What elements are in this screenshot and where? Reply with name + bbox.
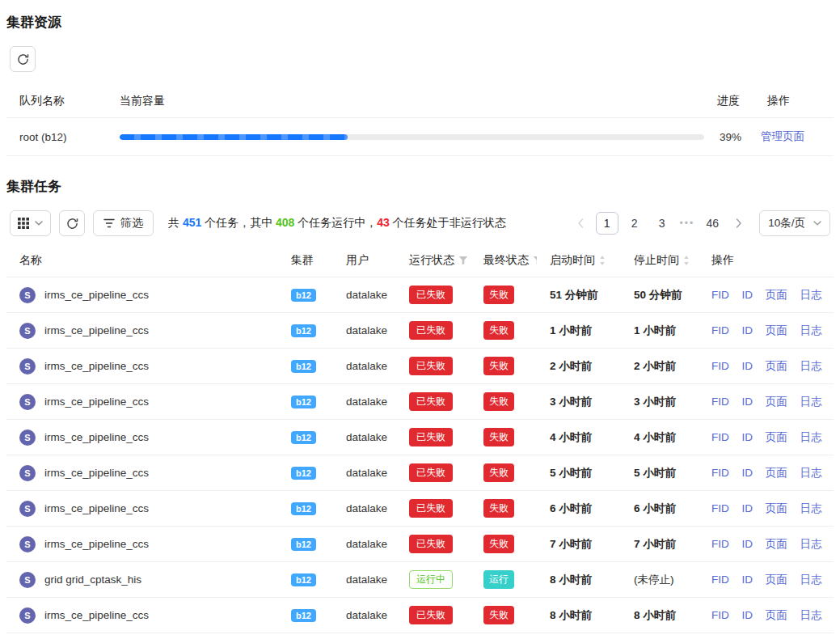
log-link[interactable]: 日志 <box>800 431 822 443</box>
id-link[interactable]: ID <box>742 360 753 372</box>
refresh-icon <box>17 53 29 66</box>
col-final-status: 最终状态 <box>471 244 537 277</box>
fid-link[interactable]: FID <box>711 538 729 550</box>
spark-avatar: S <box>19 394 36 410</box>
page-button-3[interactable]: 3 <box>651 212 673 235</box>
table-row: S irms_ce_pipeline_ccs b12 datalake 已失败 … <box>6 384 834 420</box>
task-user: datalake <box>346 324 387 336</box>
spark-avatar: S <box>19 323 36 339</box>
next-page-button[interactable] <box>728 213 749 234</box>
stop-time: 1 小时前 <box>634 324 676 336</box>
page-link[interactable]: 页面 <box>766 538 787 550</box>
log-link[interactable]: 日志 <box>800 396 822 408</box>
capacity-progress-fill <box>120 134 348 140</box>
log-link[interactable]: 日志 <box>800 289 822 301</box>
log-link[interactable]: 日志 <box>800 467 822 479</box>
table-row: S irms_ce_pipeline_ccs b12 datalake 已失败 … <box>6 527 834 562</box>
final-status-badge: 失败 <box>483 321 514 340</box>
id-link[interactable]: ID <box>742 609 753 621</box>
page-size-value: 10条/页 <box>768 216 805 231</box>
id-link[interactable]: ID <box>742 538 753 550</box>
log-link[interactable]: 日志 <box>800 609 822 621</box>
run-status-badge: 已失败 <box>409 606 453 624</box>
log-link[interactable]: 日志 <box>800 502 822 514</box>
id-link[interactable]: ID <box>742 289 753 301</box>
tasks-table-body: S irms_ce_pipeline_ccs b12 datalake 已失败 … <box>6 277 834 633</box>
table-row: S grid grid_cptask_his b12 datalake 运行中 … <box>6 562 834 598</box>
fid-link[interactable]: FID <box>711 289 729 301</box>
page-link[interactable]: 页面 <box>766 360 787 372</box>
col-progress: 进度 <box>704 85 754 118</box>
filter-lines-icon <box>103 218 115 228</box>
stop-time: 8 小时前 <box>634 609 676 621</box>
log-link[interactable]: 日志 <box>800 573 822 586</box>
page-link[interactable]: 页面 <box>766 289 787 301</box>
start-time: 4 小时前 <box>550 431 592 443</box>
col-start-time[interactable]: 启动时间 <box>537 244 621 277</box>
prev-page-button[interactable] <box>570 213 591 234</box>
log-link[interactable]: 日志 <box>800 324 822 336</box>
fid-link[interactable]: FID <box>711 573 729 586</box>
final-status-badge: 失败 <box>483 428 514 446</box>
sort-icon[interactable] <box>683 255 690 266</box>
cluster-badge: b12 <box>291 396 316 408</box>
id-link[interactable]: ID <box>742 467 753 479</box>
capacity-progress-bar <box>120 134 704 140</box>
col-name: 名称 <box>6 244 278 277</box>
log-link[interactable]: 日志 <box>800 360 822 372</box>
spark-avatar: S <box>19 358 36 375</box>
start-time: 1 小时前 <box>550 324 592 336</box>
final-status-filter-icon[interactable] <box>533 256 537 265</box>
task-name: irms_ce_pipeline_ccs <box>44 431 149 443</box>
fid-link[interactable]: FID <box>711 324 729 336</box>
page-link[interactable]: 页面 <box>766 573 787 586</box>
fid-link[interactable]: FID <box>711 360 729 372</box>
total-count: 451 <box>183 216 201 229</box>
resources-section: 集群资源 队列名称 当前容量 进度 操作 root (b12) <box>6 13 834 156</box>
summary-text: 个任务运行中， <box>294 216 377 229</box>
page-button-1[interactable]: 1 <box>596 212 618 235</box>
page-link[interactable]: 页面 <box>766 324 787 336</box>
column-settings-button[interactable] <box>10 210 51 236</box>
page-button-2[interactable]: 2 <box>623 212 646 235</box>
fid-link[interactable]: FID <box>711 502 729 514</box>
id-link[interactable]: ID <box>742 502 753 514</box>
sort-icon[interactable] <box>599 255 606 266</box>
resource-row: root (b12) 39% 管理页面 <box>6 118 834 156</box>
page-ellipsis[interactable]: ••• <box>678 218 697 229</box>
page-link[interactable]: 页面 <box>766 502 787 514</box>
id-link[interactable]: ID <box>742 396 753 408</box>
page-button-last[interactable]: 46 <box>701 212 724 235</box>
col-run-status: 运行状态 <box>396 244 471 277</box>
task-name: irms_ce_pipeline_ccs <box>44 467 149 479</box>
page-size-select[interactable]: 10条/页 <box>759 210 830 236</box>
fid-link[interactable]: FID <box>711 431 729 443</box>
task-user: datalake <box>346 609 387 621</box>
page-link[interactable]: 页面 <box>766 431 787 443</box>
start-time: 5 小时前 <box>550 467 592 479</box>
log-link[interactable]: 日志 <box>800 538 822 550</box>
cluster-badge: b12 <box>291 502 316 515</box>
cluster-badge: b12 <box>291 538 316 551</box>
col-capacity: 当前容量 <box>107 85 704 118</box>
id-link[interactable]: ID <box>742 573 753 586</box>
id-link[interactable]: ID <box>742 324 753 336</box>
col-stop-time[interactable]: 停止时间 <box>621 244 699 277</box>
fid-link[interactable]: FID <box>711 467 729 479</box>
tasks-refresh-button[interactable] <box>59 210 85 236</box>
page-link[interactable]: 页面 <box>766 467 787 479</box>
id-link[interactable]: ID <box>742 431 753 443</box>
fid-link[interactable]: FID <box>711 396 729 408</box>
resources-refresh-button[interactable] <box>10 46 36 72</box>
spark-avatar: S <box>19 607 36 624</box>
final-status-badge: 失败 <box>483 357 514 375</box>
run-status-badge: 已失败 <box>409 357 453 375</box>
page-link[interactable]: 页面 <box>766 396 787 408</box>
tasks-toolbar: 筛选 共 451 个任务，其中 408 个任务运行中，43 个任务处于非运行状态… <box>10 210 830 236</box>
resources-header-row: 队列名称 当前容量 进度 操作 <box>6 85 834 118</box>
fid-link[interactable]: FID <box>711 609 729 621</box>
manage-page-link[interactable]: 管理页面 <box>761 130 804 142</box>
page-link[interactable]: 页面 <box>766 609 787 621</box>
filter-button[interactable]: 筛选 <box>93 210 154 236</box>
run-status-filter-icon[interactable] <box>458 256 468 265</box>
